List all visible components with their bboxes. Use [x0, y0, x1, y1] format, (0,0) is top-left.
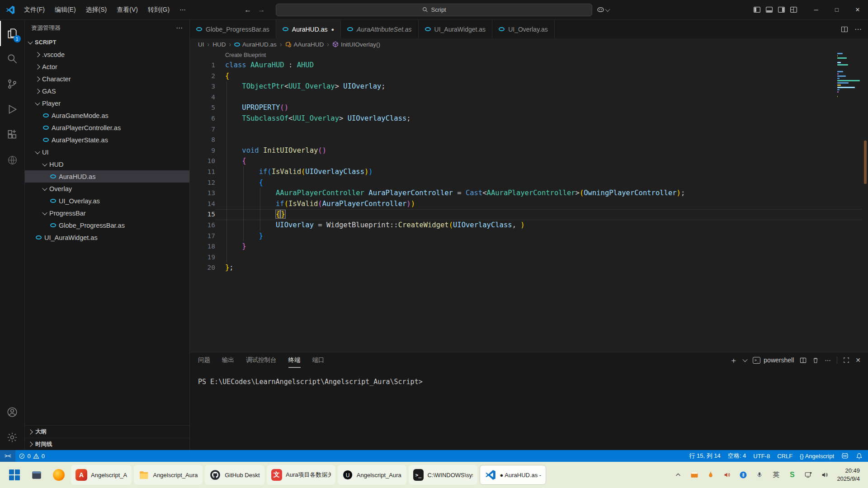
activitybar-settings[interactable] [0, 425, 25, 450]
terminal[interactable]: PS E:\UECodes\LearnAngelscript\Angelscri… [190, 368, 868, 450]
tree-item-overlay[interactable]: Overlay [25, 183, 189, 195]
menu-item[interactable]: 编辑(E) [51, 4, 80, 16]
split-terminal-icon[interactable] [800, 357, 807, 364]
tree-item-globe_progressbar.as[interactable]: Globe_ProgressBar.as [25, 219, 189, 231]
menu-item[interactable]: 文件(F) [20, 4, 49, 16]
sidebar-section-大纲[interactable]: 大纲 [25, 426, 189, 438]
code-line[interactable]: 5 UPROPERTY() [190, 103, 862, 113]
code-line[interactable]: 12 { [190, 178, 862, 188]
close-button[interactable]: ✕ [847, 0, 868, 19]
status-line-col[interactable]: 行 15, 列 14 [685, 452, 724, 460]
tree-item-auraplayercontroller.as[interactable]: AuraPlayerController.as [25, 122, 189, 134]
panel-tab-问题[interactable]: 问题 [198, 352, 210, 368]
tree-item-.vscode[interactable]: .vscode [25, 48, 189, 61]
tree-item-progressbar[interactable]: ProgressBar [25, 207, 189, 219]
code-line[interactable]: 18 } [190, 241, 862, 252]
code-line[interactable]: 15 {} [190, 209, 862, 220]
panel-tab-输出[interactable]: 输出 [222, 352, 234, 368]
tree-item-actor[interactable]: Actor [25, 61, 189, 73]
tree-item-script[interactable]: SCRIPT [25, 36, 189, 48]
tray-chevron-up-icon[interactable] [674, 470, 683, 479]
menu-item[interactable]: 选择(S) [82, 4, 111, 16]
nav-forward-icon[interactable]: → [258, 6, 265, 14]
code-line[interactable]: 19 [190, 252, 862, 263]
taskbar-button-aura项目各数据关[interactable]: 文Aura项目各数据关 [267, 465, 335, 485]
toggle-secondary-sidebar-icon[interactable] [778, 6, 785, 14]
tree-item-character[interactable]: Character [25, 73, 189, 85]
taskbar-button-angelscript_a[interactable]: AAngelscript_A [71, 465, 132, 485]
minimize-button[interactable]: ─ [806, 0, 826, 19]
editor[interactable]: Create Blueprint1class AAuraHUD : AHUD2{… [190, 50, 868, 352]
copilot-menu[interactable] [597, 6, 609, 14]
tree-item-aurahud.as[interactable]: AuraHUD.as [25, 170, 189, 183]
new-terminal-icon[interactable]: ＋ [730, 355, 737, 366]
tray-cast-icon[interactable] [804, 470, 813, 479]
taskbar-button-angelscript_aura-[interactable]: UAngelscript_Aura - [338, 465, 406, 485]
code-line[interactable]: 2{ [190, 71, 862, 82]
code-line[interactable]: 16 UIOverlay = WidgetBlueprint::CreateWi… [190, 220, 862, 231]
code-line[interactable]: 8 [190, 135, 862, 145]
tab-ui_aurawidget.as[interactable]: UI_AuraWidget.as [419, 20, 493, 38]
tab-auraattributeset.as[interactable]: AuraAttributeSet.as [341, 20, 418, 38]
code-line[interactable]: 10 { [190, 156, 862, 167]
tray-ime-icon[interactable]: 英 [771, 470, 780, 479]
taskbar-button--aurahud.as-[interactable]: ● AuraHUD.as - [480, 465, 547, 485]
sidebar-more-actions-icon[interactable]: ⋯ [176, 24, 183, 32]
nav-back-icon[interactable]: ← [244, 6, 251, 14]
breadcrumb-item[interactable]: AuraHUD.as [234, 41, 277, 48]
activitybar-account[interactable] [0, 399, 25, 425]
code-line[interactable]: 1class AAuraHUD : AHUD [190, 60, 862, 71]
breadcrumb-item[interactable]: UI [198, 41, 204, 48]
more-actions-icon[interactable]: ⋯ [854, 25, 862, 33]
tree-item-gas[interactable]: GAS [25, 85, 189, 97]
status-eol[interactable]: CRLF [774, 453, 796, 460]
taskbar-clock[interactable]: 20:49 2025/9/4 [837, 467, 863, 483]
terminal-instance[interactable]: >_powershell [753, 357, 794, 364]
code-line[interactable]: 9 void InitUIOverlay() [190, 145, 862, 156]
problems-status[interactable]: 0 0 [15, 450, 48, 462]
activitybar-extensions[interactable] [0, 122, 25, 147]
activitybar-source-control[interactable] [0, 71, 25, 97]
tray-flame-icon[interactable] [706, 470, 715, 479]
panel-tab-终端[interactable]: 终端 [288, 352, 301, 368]
tray-volume-red-icon[interactable] [722, 470, 731, 479]
dirty-indicator-icon[interactable]: ● [331, 27, 334, 32]
breadcrumb-item[interactable]: InitUIOverlay() [332, 41, 380, 48]
codelens-create-blueprint[interactable]: Create Blueprint [190, 50, 862, 60]
maximize-panel-icon[interactable] [843, 357, 849, 363]
tab-aurahud.as[interactable]: AuraHUD.as● [276, 20, 341, 38]
remote-indicator[interactable]: >< [0, 450, 15, 462]
status-indentation[interactable]: 空格: 4 [724, 452, 750, 460]
tree-item-ui_aurawidget.as[interactable]: UI_AuraWidget.as [25, 231, 189, 244]
split-editor-icon[interactable] [841, 26, 848, 33]
taskbar-button-c-windows-syst[interactable]: >_C:\WINDOWS\syst [409, 465, 477, 485]
sidebar-section-时间线[interactable]: 时间线 [25, 438, 189, 450]
tree-item-player[interactable]: Player [25, 97, 189, 109]
tree-item-auragamemode.as[interactable]: AuraGameMode.as [25, 109, 189, 122]
tray-volume-icon[interactable] [820, 470, 829, 479]
activitybar-search[interactable] [0, 46, 25, 71]
taskbar-button-start[interactable] [5, 465, 24, 485]
breadcrumb-item[interactable]: HUD [212, 41, 226, 48]
activitybar-explorer[interactable]: 1 [0, 21, 25, 46]
code-line[interactable]: 11 if(IsValid(UIOverlayClass)) [190, 167, 862, 178]
status-extension-icon[interactable] [838, 452, 852, 460]
breadcrumb-item[interactable]: AAuraHUD [285, 41, 324, 48]
code-line[interactable]: 17 } [190, 231, 862, 242]
kill-terminal-icon[interactable] [812, 357, 819, 364]
tree-item-ui_overlay.as[interactable]: UI_Overlay.as [25, 195, 189, 207]
notifications-bell-icon[interactable] [852, 453, 868, 460]
code-line[interactable]: 14 if(IsValid(AuraPlayerController)) [190, 199, 862, 210]
menu-item[interactable]: 转到(G) [144, 4, 174, 16]
code-area[interactable]: Create Blueprint1class AAuraHUD : AHUD2{… [190, 50, 862, 352]
status-encoding[interactable]: UTF-8 [750, 453, 774, 460]
activitybar-run-debug[interactable] [0, 97, 25, 122]
more-actions-icon[interactable]: ⋯ [825, 357, 831, 364]
taskbar-button-explorer[interactable] [27, 465, 47, 485]
taskbar-button-github-deskt[interactable]: GitHub Deskt [205, 465, 264, 485]
code-line[interactable]: 7 [190, 124, 862, 135]
tray-mic-icon[interactable] [755, 470, 764, 479]
menu-item[interactable]: 查看(V) [113, 4, 142, 16]
toggle-panel-icon[interactable] [765, 6, 773, 14]
code-line[interactable]: 6 TSubclassOf<UUI_Overlay> UIOverlayClas… [190, 113, 862, 124]
